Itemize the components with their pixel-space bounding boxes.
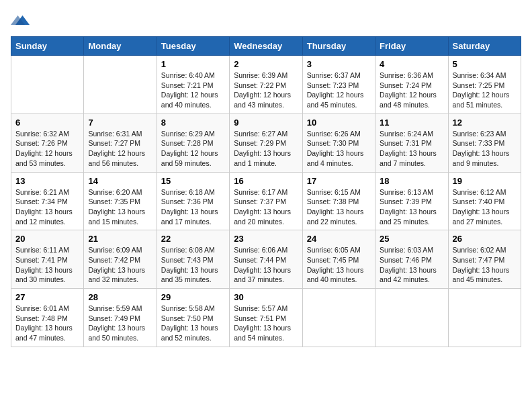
calendar-cell: 7Sunrise: 6:31 AM Sunset: 7:27 PM Daylig… <box>84 113 157 172</box>
calendar-cell <box>11 56 84 114</box>
week-row-4: 20Sunrise: 6:11 AM Sunset: 7:41 PM Dayli… <box>11 230 521 289</box>
day-info: Sunrise: 5:59 AM Sunset: 7:49 PM Dayligh… <box>88 304 152 343</box>
calendar-cell: 9Sunrise: 6:27 AM Sunset: 7:29 PM Daylig… <box>230 113 302 172</box>
calendar-cell: 4Sunrise: 6:36 AM Sunset: 7:24 PM Daylig… <box>375 56 448 114</box>
calendar-cell: 25Sunrise: 6:03 AM Sunset: 7:46 PM Dayli… <box>375 230 448 289</box>
day-number: 23 <box>234 234 298 244</box>
weekday-header-sunday: Sunday <box>11 37 84 56</box>
weekday-header-tuesday: Tuesday <box>157 37 229 56</box>
week-row-5: 27Sunrise: 6:01 AM Sunset: 7:48 PM Dayli… <box>11 289 521 347</box>
day-info: Sunrise: 6:12 AM Sunset: 7:40 PM Dayligh… <box>453 187 517 227</box>
calendar-table: SundayMondayTuesdayWednesdayThursdayFrid… <box>11 36 521 347</box>
calendar-cell: 17Sunrise: 6:15 AM Sunset: 7:38 PM Dayli… <box>302 172 375 230</box>
calendar-cell: 22Sunrise: 6:08 AM Sunset: 7:43 PM Dayli… <box>157 230 229 289</box>
day-info: Sunrise: 6:05 AM Sunset: 7:45 PM Dayligh… <box>307 245 371 285</box>
day-number: 17 <box>307 176 371 186</box>
calendar-cell: 14Sunrise: 6:20 AM Sunset: 7:35 PM Dayli… <box>84 172 157 230</box>
calendar-cell: 30Sunrise: 5:57 AM Sunset: 7:51 PM Dayli… <box>230 289 302 347</box>
day-info: Sunrise: 6:08 AM Sunset: 7:43 PM Dayligh… <box>161 245 225 285</box>
day-info: Sunrise: 6:21 AM Sunset: 7:34 PM Dayligh… <box>15 187 79 227</box>
day-info: Sunrise: 6:36 AM Sunset: 7:24 PM Dayligh… <box>380 71 443 110</box>
calendar-cell: 13Sunrise: 6:21 AM Sunset: 7:34 PM Dayli… <box>11 172 84 230</box>
calendar-cell: 3Sunrise: 6:37 AM Sunset: 7:23 PM Daylig… <box>302 56 375 114</box>
day-number: 8 <box>161 118 225 128</box>
day-info: Sunrise: 6:01 AM Sunset: 7:48 PM Dayligh… <box>15 304 79 343</box>
day-number: 25 <box>380 234 443 244</box>
day-info: Sunrise: 6:15 AM Sunset: 7:38 PM Dayligh… <box>307 187 371 227</box>
day-number: 7 <box>88 118 152 128</box>
calendar-cell: 24Sunrise: 6:05 AM Sunset: 7:45 PM Dayli… <box>302 230 375 289</box>
calendar-cell: 15Sunrise: 6:18 AM Sunset: 7:36 PM Dayli… <box>157 172 229 230</box>
logo <box>11 11 32 30</box>
calendar-cell: 23Sunrise: 6:06 AM Sunset: 7:44 PM Dayli… <box>230 230 302 289</box>
weekday-header-wednesday: Wednesday <box>230 37 302 56</box>
day-number: 14 <box>88 176 152 186</box>
day-info: Sunrise: 6:39 AM Sunset: 7:22 PM Dayligh… <box>234 71 298 110</box>
day-number: 12 <box>453 118 517 128</box>
day-info: Sunrise: 6:06 AM Sunset: 7:44 PM Dayligh… <box>234 245 298 285</box>
day-info: Sunrise: 6:29 AM Sunset: 7:28 PM Dayligh… <box>161 129 225 169</box>
day-number: 30 <box>234 292 298 302</box>
day-number: 10 <box>307 118 371 128</box>
day-number: 3 <box>307 59 371 69</box>
day-number: 5 <box>453 59 517 69</box>
day-info: Sunrise: 6:37 AM Sunset: 7:23 PM Dayligh… <box>307 71 371 110</box>
day-info: Sunrise: 6:18 AM Sunset: 7:36 PM Dayligh… <box>161 187 225 227</box>
day-info: Sunrise: 6:20 AM Sunset: 7:35 PM Dayligh… <box>88 187 152 227</box>
day-info: Sunrise: 6:34 AM Sunset: 7:25 PM Dayligh… <box>453 71 517 110</box>
day-info: Sunrise: 6:40 AM Sunset: 7:21 PM Dayligh… <box>161 71 225 110</box>
day-number: 2 <box>234 59 298 69</box>
day-info: Sunrise: 6:17 AM Sunset: 7:37 PM Dayligh… <box>234 187 298 227</box>
day-info: Sunrise: 6:31 AM Sunset: 7:27 PM Dayligh… <box>88 129 152 169</box>
week-row-1: 1Sunrise: 6:40 AM Sunset: 7:21 PM Daylig… <box>11 56 521 114</box>
weekday-header-friday: Friday <box>375 37 448 56</box>
calendar-cell: 26Sunrise: 6:02 AM Sunset: 7:47 PM Dayli… <box>448 230 521 289</box>
day-number: 28 <box>88 292 152 302</box>
day-info: Sunrise: 6:24 AM Sunset: 7:31 PM Dayligh… <box>380 129 443 169</box>
calendar-cell <box>302 289 375 347</box>
day-info: Sunrise: 6:27 AM Sunset: 7:29 PM Dayligh… <box>234 129 298 169</box>
day-number: 11 <box>380 118 443 128</box>
day-number: 6 <box>15 118 79 128</box>
calendar-cell: 27Sunrise: 6:01 AM Sunset: 7:48 PM Dayli… <box>11 289 84 347</box>
week-row-2: 6Sunrise: 6:32 AM Sunset: 7:26 PM Daylig… <box>11 113 521 172</box>
week-row-3: 13Sunrise: 6:21 AM Sunset: 7:34 PM Dayli… <box>11 172 521 230</box>
calendar-cell: 16Sunrise: 6:17 AM Sunset: 7:37 PM Dayli… <box>230 172 302 230</box>
weekday-header-saturday: Saturday <box>448 37 521 56</box>
day-info: Sunrise: 6:32 AM Sunset: 7:26 PM Dayligh… <box>15 129 79 169</box>
weekday-header-row: SundayMondayTuesdayWednesdayThursdayFrid… <box>11 37 521 56</box>
day-number: 24 <box>307 234 371 244</box>
day-number: 19 <box>453 176 517 186</box>
calendar-cell <box>375 289 448 347</box>
day-number: 16 <box>234 176 298 186</box>
calendar-cell <box>84 56 157 114</box>
calendar-cell: 19Sunrise: 6:12 AM Sunset: 7:40 PM Dayli… <box>448 172 521 230</box>
header <box>11 11 521 30</box>
day-number: 20 <box>15 234 79 244</box>
calendar-cell: 2Sunrise: 6:39 AM Sunset: 7:22 PM Daylig… <box>230 56 302 114</box>
day-number: 26 <box>453 234 517 244</box>
day-number: 1 <box>161 59 225 69</box>
day-number: 29 <box>161 292 225 302</box>
day-info: Sunrise: 5:57 AM Sunset: 7:51 PM Dayligh… <box>234 304 298 343</box>
calendar-cell: 11Sunrise: 6:24 AM Sunset: 7:31 PM Dayli… <box>375 113 448 172</box>
calendar-cell: 18Sunrise: 6:13 AM Sunset: 7:39 PM Dayli… <box>375 172 448 230</box>
calendar-cell: 29Sunrise: 5:58 AM Sunset: 7:50 PM Dayli… <box>157 289 229 347</box>
day-number: 22 <box>161 234 225 244</box>
calendar-cell: 8Sunrise: 6:29 AM Sunset: 7:28 PM Daylig… <box>157 113 229 172</box>
logo-icon <box>11 11 30 30</box>
day-info: Sunrise: 6:09 AM Sunset: 7:42 PM Dayligh… <box>88 245 152 285</box>
day-number: 27 <box>15 292 79 302</box>
calendar-cell: 6Sunrise: 6:32 AM Sunset: 7:26 PM Daylig… <box>11 113 84 172</box>
calendar-cell: 28Sunrise: 5:59 AM Sunset: 7:49 PM Dayli… <box>84 289 157 347</box>
day-number: 18 <box>380 176 443 186</box>
day-number: 4 <box>380 59 443 69</box>
day-number: 13 <box>15 176 79 186</box>
calendar-cell: 1Sunrise: 6:40 AM Sunset: 7:21 PM Daylig… <box>157 56 229 114</box>
calendar-cell: 21Sunrise: 6:09 AM Sunset: 7:42 PM Dayli… <box>84 230 157 289</box>
day-info: Sunrise: 6:02 AM Sunset: 7:47 PM Dayligh… <box>453 245 517 285</box>
weekday-header-thursday: Thursday <box>302 37 375 56</box>
calendar-cell: 10Sunrise: 6:26 AM Sunset: 7:30 PM Dayli… <box>302 113 375 172</box>
day-info: Sunrise: 6:03 AM Sunset: 7:46 PM Dayligh… <box>380 245 443 285</box>
day-info: Sunrise: 6:26 AM Sunset: 7:30 PM Dayligh… <box>307 129 371 169</box>
